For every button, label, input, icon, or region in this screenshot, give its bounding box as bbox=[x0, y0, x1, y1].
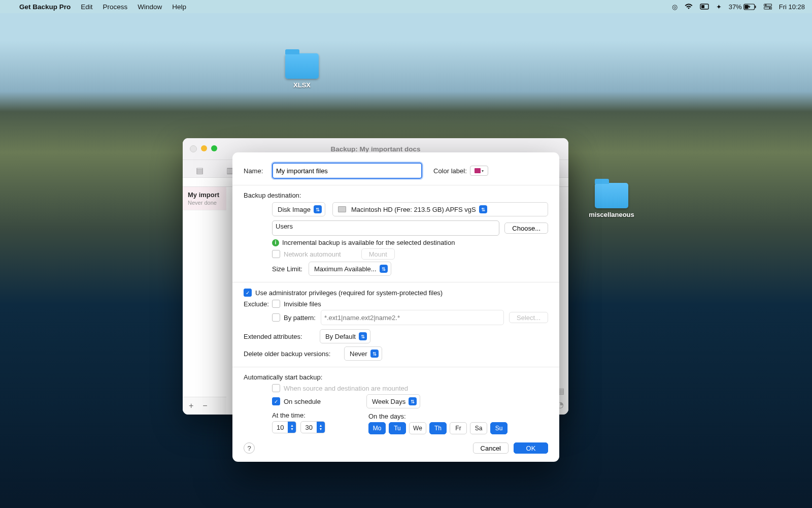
day-button-we[interactable]: We bbox=[409, 422, 426, 434]
folder-icon bbox=[285, 53, 319, 79]
day-button-sa[interactable]: Sa bbox=[470, 422, 487, 434]
chevron-updown-icon: ⇅ bbox=[479, 205, 487, 213]
day-button-th[interactable]: Th bbox=[429, 422, 447, 434]
day-button-tu[interactable]: Tu bbox=[389, 422, 406, 434]
xattr-value: By Default bbox=[325, 333, 356, 340]
project-subtitle: Never done bbox=[188, 200, 222, 206]
name-field[interactable] bbox=[272, 163, 422, 179]
desktop-folder-xlsx[interactable]: XLSX bbox=[274, 53, 330, 89]
pattern-select-button: Select... bbox=[509, 312, 548, 323]
cancel-button[interactable]: Cancel bbox=[473, 442, 509, 454]
destination-volume-select[interactable]: Macintosh HD (Free: 213.5 GB) APFS vgS ⇅ bbox=[332, 202, 548, 216]
xattr-label: Extended attributes: bbox=[244, 333, 320, 340]
exclude-invisible-label: Invisible files bbox=[284, 300, 321, 308]
ok-button[interactable]: OK bbox=[514, 442, 548, 454]
sizelimit-label: Size Limit: bbox=[272, 265, 309, 273]
folder-icon bbox=[595, 183, 628, 208]
desktop-icon-label: XLSX bbox=[274, 81, 330, 89]
xattr-select[interactable]: By Default ⇅ bbox=[320, 329, 370, 343]
admin-privileges-checkbox[interactable]: ✓ bbox=[244, 289, 252, 297]
window-title: Backup: My important docs bbox=[183, 145, 568, 153]
project-sidebar: My import Never done bbox=[183, 187, 227, 397]
incremental-info-text: Incremental backup is available for the … bbox=[282, 239, 455, 246]
chevron-down-icon: ▾ bbox=[482, 169, 484, 173]
menubar-clock[interactable]: Fri 10:28 bbox=[775, 3, 812, 11]
day-button-fr[interactable]: Fr bbox=[450, 422, 467, 434]
exclude-label: Exclude: bbox=[244, 300, 272, 308]
onmount-checkbox bbox=[272, 384, 280, 392]
menubar: Get Backup Pro Edit Process Window Help … bbox=[0, 0, 812, 13]
onschedule-label: On schedule bbox=[284, 398, 321, 405]
desktop-folder-misc[interactable]: miscellaneous bbox=[584, 183, 639, 218]
chevron-updown-icon: ⇅ bbox=[380, 265, 388, 273]
sidebar-footer: + − bbox=[183, 397, 232, 415]
choose-destination-button[interactable]: Choose... bbox=[504, 223, 548, 234]
onmount-label: When source and destination are mounted bbox=[284, 385, 408, 392]
destination-volume-value: Macintosh HD (Free: 213.5 GB) APFS vgS bbox=[351, 206, 476, 213]
hour-stepper[interactable]: 10 ▲▼ bbox=[272, 421, 296, 433]
project-item[interactable]: My import Never done bbox=[183, 187, 226, 210]
remove-project-button[interactable]: − bbox=[202, 401, 207, 410]
mount-button: Mount bbox=[361, 248, 395, 260]
network-automount-checkbox bbox=[272, 250, 280, 258]
desktop-icon-label: miscellaneous bbox=[584, 211, 639, 218]
day-button-mo[interactable]: Mo bbox=[368, 422, 386, 434]
svg-rect-3 bbox=[755, 6, 756, 8]
color-label-select[interactable]: ▾ bbox=[470, 166, 488, 176]
svg-rect-5 bbox=[764, 4, 772, 6]
attime-label: At the time: bbox=[272, 411, 368, 419]
add-project-button[interactable]: + bbox=[189, 401, 193, 410]
schedule-mode-select[interactable]: Week Days ⇅ bbox=[366, 394, 420, 408]
menu-help[interactable]: Help bbox=[167, 3, 191, 11]
desktop: Get Backup Pro Edit Process Window Help … bbox=[0, 0, 812, 508]
exclude-invisible-checkbox[interactable] bbox=[272, 300, 280, 308]
stepper-arrows-icon: ▲▼ bbox=[317, 422, 325, 433]
display-icon[interactable] bbox=[696, 4, 713, 10]
svg-point-8 bbox=[769, 8, 770, 9]
onschedule-checkbox[interactable]: ✓ bbox=[272, 397, 280, 405]
deleteold-value: Never bbox=[350, 350, 367, 358]
minute-stepper[interactable]: 30 ▲▼ bbox=[300, 421, 325, 433]
svg-rect-4 bbox=[745, 5, 748, 9]
schedule-mode-value: Week Days bbox=[372, 398, 405, 405]
colorlabel-label: Color label: bbox=[433, 167, 467, 175]
deleteold-select[interactable]: Never ⇅ bbox=[344, 346, 382, 361]
stepper-arrows-icon: ▲▼ bbox=[288, 422, 296, 433]
sizelimit-select[interactable]: Maximum Available... ⇅ bbox=[309, 262, 391, 276]
chevron-updown-icon: ⇅ bbox=[314, 205, 322, 213]
help-button[interactable]: ? bbox=[244, 442, 255, 454]
disk-icon bbox=[338, 206, 346, 212]
menu-edit[interactable]: Edit bbox=[76, 3, 97, 11]
project-title: My import bbox=[188, 191, 222, 199]
network-automount-label: Network automount bbox=[284, 250, 341, 258]
days-row: MoTuWeThFrSaSu bbox=[368, 422, 507, 434]
destination-type-select[interactable]: Disk Image ⇅ bbox=[272, 202, 325, 216]
destination-type-value: Disk Image bbox=[278, 206, 311, 213]
camera-icon[interactable]: ◎ bbox=[668, 3, 681, 11]
battery-status[interactable]: 37% bbox=[725, 3, 760, 11]
destination-path-field[interactable]: Users bbox=[272, 220, 499, 236]
svg-point-6 bbox=[765, 5, 766, 6]
color-swatch-icon bbox=[475, 168, 481, 173]
svg-rect-1 bbox=[701, 5, 704, 8]
bluetooth-like-icon[interactable]: ✦ bbox=[713, 3, 725, 11]
toolbar-button-1[interactable]: ▤ bbox=[189, 163, 210, 177]
deleteold-label: Delete older backup versions: bbox=[244, 350, 344, 358]
menu-process[interactable]: Process bbox=[98, 3, 133, 11]
day-button-su[interactable]: Su bbox=[490, 422, 507, 434]
info-icon: i bbox=[272, 239, 279, 246]
name-label: Name: bbox=[244, 167, 272, 175]
exclude-pattern-field[interactable] bbox=[321, 310, 504, 325]
settings-dialog: Name: Color label: ▾ Backup destination:… bbox=[232, 152, 559, 462]
days-label: On the days: bbox=[368, 412, 507, 420]
wifi-icon[interactable] bbox=[681, 4, 696, 10]
admin-privileges-label: Use administrator privileges (required f… bbox=[255, 289, 443, 297]
menu-window[interactable]: Window bbox=[132, 3, 167, 11]
chevron-updown-icon: ⇅ bbox=[370, 350, 379, 358]
battery-percent: 37% bbox=[729, 3, 742, 11]
exclude-pattern-checkbox[interactable] bbox=[272, 313, 280, 322]
exclude-pattern-label: By pattern: bbox=[284, 314, 316, 322]
chevron-updown-icon: ⇅ bbox=[409, 397, 417, 405]
app-title[interactable]: Get Backup Pro bbox=[19, 3, 76, 11]
control-center-icon[interactable] bbox=[760, 4, 775, 10]
